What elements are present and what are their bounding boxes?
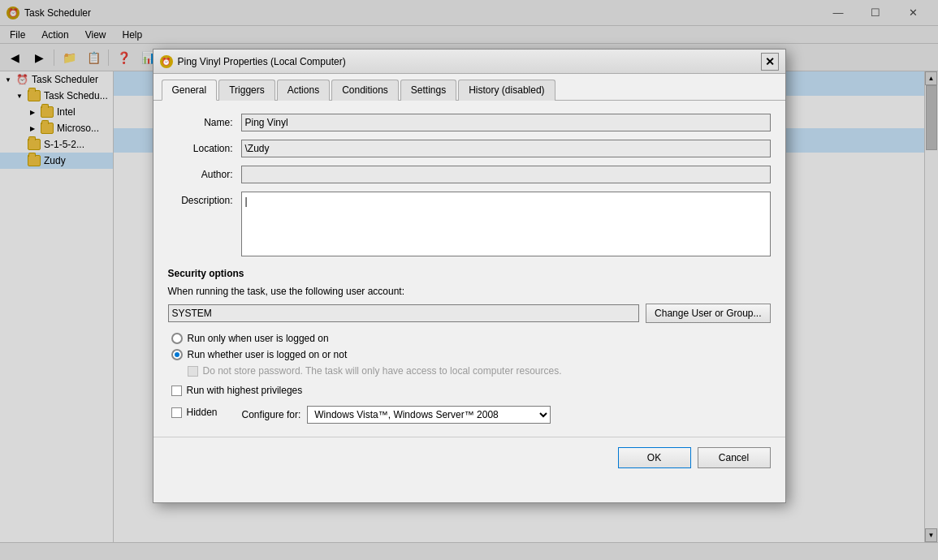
tab-triggers[interactable]: Triggers xyxy=(218,80,275,101)
tab-conditions[interactable]: Conditions xyxy=(331,80,399,101)
radio-group: Run only when user is logged on Run whet… xyxy=(168,333,771,377)
author-label: Author: xyxy=(168,169,241,180)
description-row: Description: | xyxy=(168,192,771,256)
radio-whether-logged-label: Run whether user is logged on or not xyxy=(188,349,348,360)
security-info: When running the task, use the following… xyxy=(168,286,771,297)
cancel-button[interactable]: Cancel xyxy=(698,447,771,468)
dialog-title-left: ⏰ Ping Vinyl Properties (Local Computer) xyxy=(160,55,346,68)
configure-label: Configure for: xyxy=(242,409,301,420)
dialog-content: Name: Ping Vinyl Location: \Zudy Author:… xyxy=(153,101,785,437)
radio-whether-logged[interactable] xyxy=(171,349,183,360)
user-account-row: SYSTEM Change User or Group... xyxy=(168,304,771,323)
tab-settings[interactable]: Settings xyxy=(400,80,456,101)
tab-actions[interactable]: Actions xyxy=(277,80,330,101)
radio-logged-on-label: Run only when user is logged on xyxy=(188,333,329,344)
name-label: Name: xyxy=(168,117,241,128)
configure-select[interactable]: Windows Vista™, Windows Server™ 2008 Win… xyxy=(307,406,551,424)
dialog-title-bar: ⏰ Ping Vinyl Properties (Local Computer)… xyxy=(153,50,785,74)
location-value: \Zudy xyxy=(241,140,771,157)
checkbox-row-privileges[interactable]: Run with highest privileges xyxy=(171,385,771,396)
name-value: Ping Vinyl xyxy=(241,114,771,131)
description-input[interactable]: | xyxy=(241,192,771,256)
checkbox-password[interactable] xyxy=(188,366,198,377)
tab-strip: General Triggers Actions Conditions Sett… xyxy=(153,74,785,101)
dialog-overlay: ⏰ Ping Vinyl Properties (Local Computer)… xyxy=(0,0,938,560)
checkbox-hidden-label: Hidden xyxy=(187,407,218,418)
tab-history[interactable]: History (disabled) xyxy=(458,80,555,101)
location-row: Location: \Zudy xyxy=(168,140,771,157)
radio-row-2[interactable]: Run whether user is logged on or not xyxy=(171,349,771,360)
checkbox-password-label: Do not store password. The task will onl… xyxy=(203,365,562,377)
checkbox-row-hidden[interactable]: Hidden xyxy=(171,407,218,418)
checkbox-privileges-label: Run with highest privileges xyxy=(187,385,303,396)
name-row: Name: Ping Vinyl xyxy=(168,114,771,131)
checkbox-privileges[interactable] xyxy=(171,386,182,396)
radio-row-1[interactable]: Run only when user is logged on xyxy=(171,333,771,344)
description-label: Description: xyxy=(168,192,241,206)
dialog-close-button[interactable]: ✕ xyxy=(761,53,779,71)
dialog-title: Ping Vinyl Properties (Local Computer) xyxy=(178,56,346,67)
author-row: Author: xyxy=(168,166,771,183)
ok-button[interactable]: OK xyxy=(618,447,691,468)
configure-row: Configure for: Windows Vista™, Windows S… xyxy=(242,406,551,424)
dialog-footer: OK Cancel xyxy=(153,437,785,478)
change-user-button[interactable]: Change User or Group... xyxy=(646,304,770,323)
checkbox-hidden[interactable] xyxy=(171,407,182,418)
user-account-value: SYSTEM xyxy=(168,304,640,322)
bottom-options-row: Hidden Configure for: Windows Vista™, Wi… xyxy=(168,406,771,424)
checkbox-row-password[interactable]: Do not store password. The task will onl… xyxy=(188,365,771,377)
radio-logged-on[interactable] xyxy=(171,333,183,344)
security-options-header: Security options xyxy=(168,268,771,279)
dialog-icon: ⏰ xyxy=(160,55,173,68)
dialog: ⏰ Ping Vinyl Properties (Local Computer)… xyxy=(153,49,786,503)
location-label: Location: xyxy=(168,143,241,154)
tab-general[interactable]: General xyxy=(162,80,218,101)
author-value xyxy=(241,166,771,183)
